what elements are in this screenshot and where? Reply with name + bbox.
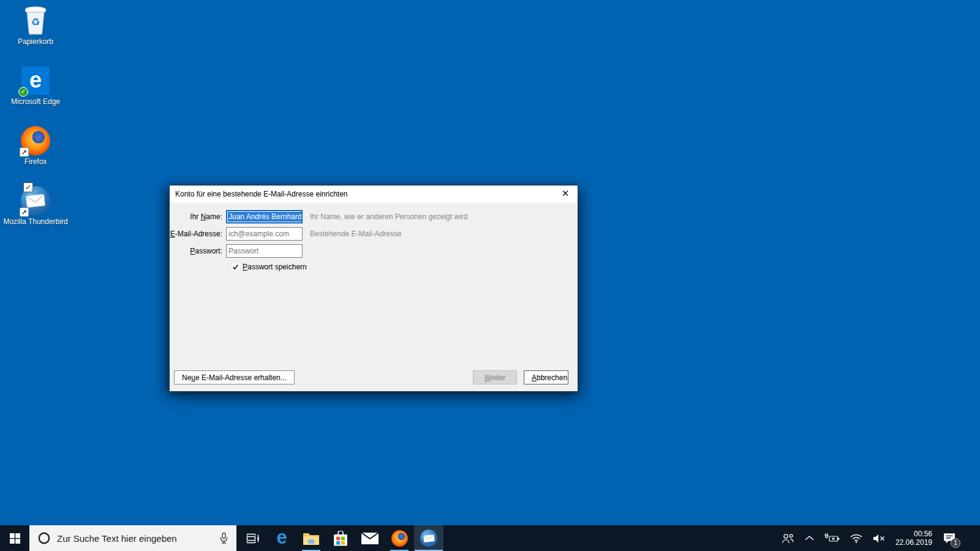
mail-icon — [361, 533, 379, 544]
network-button[interactable] — [845, 525, 868, 551]
account-setup-dialog: Konto für eine bestehende E-Mail-Adresse… — [169, 185, 578, 392]
desktop-icon-recycle-bin[interactable]: ♻ Papierkorb — [5, 2, 66, 62]
wifi-icon — [850, 533, 863, 543]
file-explorer-button[interactable] — [296, 525, 326, 551]
email-label: E-Mail-Adresse: — [170, 230, 226, 238]
trash-can-icon: ♻ — [22, 6, 49, 36]
action-center-button[interactable]: 1 — [937, 525, 962, 551]
cortana-icon — [37, 531, 51, 545]
firefox-taskbar-button[interactable] — [385, 525, 414, 551]
desktop-icon-column: ♻ Papierkorb e ✓ Microsoft Edge ➚ Firefo… — [5, 2, 66, 242]
desktop-icon-thunderbird[interactable]: ✓ ➚ Mozilla Thunderbird — [5, 182, 66, 242]
search-input[interactable] — [57, 533, 219, 544]
remember-password-row: Passwort speichern — [232, 263, 307, 271]
microphone-icon[interactable] — [219, 532, 229, 544]
name-label: Ihr Name: — [170, 212, 226, 221]
taskbar-app-buttons: e — [238, 525, 443, 551]
desktop-icon-microsoft-edge[interactable]: e ✓ Microsoft Edge — [5, 62, 66, 122]
system-tray: 00:56 22.06.2019 1 — [775, 525, 980, 551]
svg-text:♻: ♻ — [31, 17, 40, 28]
recycle-bin-icon: ♻ — [21, 6, 50, 36]
desktop-icon-label: Microsoft Edge — [11, 98, 60, 106]
sync-check-badge-icon: ✓ — [18, 87, 28, 97]
edge-taskbar-button[interactable]: e — [267, 525, 296, 551]
notification-badge: 1 — [951, 538, 960, 548]
remember-password-label[interactable]: Passwort speichern — [243, 263, 307, 271]
selected-text: Juan Andrés Bernhardt — [228, 212, 303, 222]
shortcut-arrow-icon: ➚ — [20, 208, 29, 217]
windows-logo-icon — [10, 533, 20, 544]
store-button[interactable] — [326, 525, 355, 551]
email-hint: Bestehende E-Mail-Adresse — [310, 230, 401, 238]
password-input[interactable] — [226, 244, 303, 258]
next-button[interactable]: Weiter — [473, 370, 517, 384]
selection-checkbox-icon[interactable]: ✓ — [23, 182, 33, 192]
password-label: Passwort: — [170, 247, 226, 255]
desktop-icon-label: Firefox — [24, 158, 47, 166]
task-view-icon — [245, 532, 260, 545]
volume-button[interactable] — [868, 525, 891, 551]
remember-password-checkbox[interactable] — [232, 263, 239, 271]
chevron-up-icon — [805, 536, 814, 541]
task-view-button[interactable] — [238, 525, 267, 551]
taskbar: e — [0, 525, 980, 551]
clock-time: 00:56 — [895, 530, 932, 538]
shortcut-arrow-icon: ➚ — [20, 148, 29, 157]
dialog-title: Konto für eine bestehende E-Mail-Adresse… — [170, 190, 553, 198]
desktop-icon-label: Papierkorb — [18, 38, 53, 46]
edge-icon: e — [276, 528, 287, 547]
start-button[interactable] — [0, 525, 29, 551]
thunderbird-icon — [420, 530, 437, 547]
envelope-icon — [423, 534, 435, 543]
name-input[interactable]: Juan Andrés Bernhardt — [226, 210, 303, 223]
close-icon[interactable]: ✕ — [553, 186, 578, 203]
file-explorer-icon — [303, 531, 320, 545]
desktop-icon-firefox[interactable]: ➚ Firefox — [5, 122, 66, 182]
power-status-button[interactable] — [819, 525, 845, 551]
people-icon — [780, 533, 795, 544]
people-button[interactable] — [775, 525, 800, 551]
firefox-icon — [391, 530, 408, 547]
desktop-icon-label: Mozilla Thunderbird — [3, 218, 67, 226]
name-hint: Ihr Name, wie er anderen Personen gezeig… — [310, 212, 467, 221]
envelope-icon — [25, 193, 46, 208]
taskbar-search[interactable] — [29, 525, 236, 551]
dialog-titlebar[interactable]: Konto für eine bestehende E-Mail-Adresse… — [170, 186, 578, 203]
battery-plug-icon — [824, 533, 840, 543]
get-new-address-button[interactable]: Neue E-Mail-Adresse erhalten... — [174, 370, 295, 384]
cancel-button[interactable]: Abbrechen — [524, 370, 568, 384]
email-input[interactable] — [226, 227, 303, 241]
store-icon — [334, 531, 347, 546]
clock-date: 22.06.2019 — [895, 538, 932, 547]
thunderbird-taskbar-button[interactable] — [414, 525, 443, 551]
clock[interactable]: 00:56 22.06.2019 — [891, 530, 937, 547]
show-hidden-icons-button[interactable] — [800, 525, 819, 551]
mail-button[interactable] — [355, 525, 385, 551]
volume-muted-icon — [873, 534, 886, 543]
